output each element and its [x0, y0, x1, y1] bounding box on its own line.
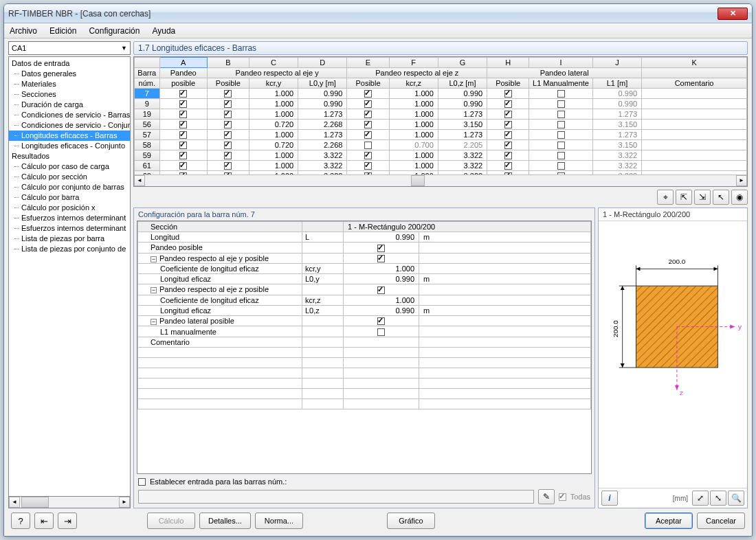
- grid-table[interactable]: ABCDEFGHIJKBarraPandeoPandeo respecto al…: [134, 57, 747, 175]
- scroll-thumb[interactable]: [21, 497, 49, 508]
- export2-icon[interactable]: ⇲: [694, 190, 711, 205]
- set-entry-checkbox[interactable]: [138, 478, 146, 486]
- checkbox[interactable]: [377, 328, 385, 336]
- tree-item[interactable]: Longitudes eficaces - Conjunto: [9, 141, 130, 151]
- tree-item[interactable]: Lista de piezas por barra: [9, 234, 130, 244]
- norma-button[interactable]: Norma...: [255, 513, 303, 529]
- detail-row[interactable]: L1 manualmente: [138, 326, 591, 337]
- checkbox[interactable]: [504, 152, 512, 159]
- detail-row[interactable]: −Pandeo respecto al eje z posible: [138, 284, 591, 295]
- checkbox[interactable]: [179, 152, 187, 159]
- scroll-right-icon[interactable]: ►: [119, 497, 130, 508]
- checkbox[interactable]: [364, 121, 372, 128]
- checkbox[interactable]: [504, 111, 512, 118]
- checkbox[interactable]: [557, 121, 565, 128]
- todas-checkbox[interactable]: [559, 493, 566, 501]
- checkbox[interactable]: [364, 172, 372, 175]
- table-row[interactable]: 580.7202.2680.7002.2053.150: [135, 140, 747, 150]
- tree-item[interactable]: Esfuerzos internos determinant: [9, 223, 130, 234]
- tree-item[interactable]: Condiciones de servicio - Conjun: [9, 120, 130, 131]
- checkbox[interactable]: [557, 152, 565, 159]
- detail-row[interactable]: −Pandeo lateral posible: [138, 315, 591, 326]
- menu-archivo[interactable]: Archivo: [10, 26, 37, 36]
- checkbox[interactable]: [179, 121, 187, 128]
- checkbox[interactable]: [364, 162, 372, 170]
- export-button[interactable]: ⇥: [58, 513, 77, 529]
- detalles-button[interactable]: Detalles...: [199, 513, 251, 529]
- checkbox[interactable]: [504, 162, 512, 170]
- checkbox[interactable]: [224, 90, 232, 98]
- detail-table[interactable]: Sección1 - M-Rectángulo 200/200LongitudL…: [137, 221, 591, 409]
- scroll-left-icon[interactable]: ◄: [134, 175, 145, 186]
- checkbox[interactable]: [557, 172, 565, 175]
- detail-row[interactable]: Comentario: [138, 337, 591, 347]
- checkbox[interactable]: [557, 111, 565, 118]
- checkbox[interactable]: [364, 152, 372, 159]
- menu-edicion[interactable]: Edición: [49, 26, 76, 36]
- detail-row[interactable]: Longitud eficazL0,y0.990m: [138, 274, 591, 284]
- axes-icon[interactable]: ⤢: [692, 491, 709, 506]
- checkbox[interactable]: [179, 100, 187, 108]
- checkbox[interactable]: [179, 142, 187, 149]
- detail-row[interactable]: −Pandeo respecto al eje y posible: [138, 253, 591, 264]
- checkbox[interactable]: [377, 286, 385, 294]
- grid-hscroll[interactable]: ◄ ►: [134, 175, 747, 186]
- table-row[interactable]: 91.0000.9901.0000.9900.990: [135, 99, 747, 109]
- scroll-left-icon[interactable]: ◄: [9, 497, 20, 508]
- tree-item[interactable]: Cálculo por conjunto de barras: [9, 182, 130, 192]
- scroll-right-icon[interactable]: ►: [736, 175, 747, 186]
- checkbox[interactable]: [557, 142, 565, 149]
- aceptar-button[interactable]: Aceptar: [645, 513, 693, 529]
- close-button[interactable]: ✕: [718, 8, 748, 20]
- checkbox[interactable]: [364, 90, 372, 98]
- tree-item[interactable]: Cálculo por barra: [9, 192, 130, 203]
- checkbox[interactable]: [364, 100, 372, 108]
- import-button[interactable]: ⇤: [34, 513, 54, 529]
- help-button[interactable]: ?: [11, 513, 30, 529]
- pick-member-icon[interactable]: ✎: [538, 489, 555, 504]
- checkbox[interactable]: [224, 152, 232, 159]
- checkbox[interactable]: [504, 142, 512, 149]
- tree-root[interactable]: Resultados: [9, 151, 130, 161]
- checkbox[interactable]: [504, 172, 512, 175]
- menu-configuracion[interactable]: Configuración: [89, 26, 140, 36]
- grafico-button[interactable]: Gráfico: [387, 513, 435, 529]
- table-row[interactable]: 560.7202.2681.0003.1503.150: [135, 120, 747, 130]
- checkbox[interactable]: [364, 142, 372, 149]
- detail-row[interactable]: Coeficiente de longitud eficazkcr,z1.000: [138, 295, 591, 305]
- checkbox[interactable]: [557, 131, 565, 139]
- checkbox[interactable]: [557, 90, 565, 98]
- info-icon[interactable]: i: [601, 491, 618, 506]
- detail-row[interactable]: Longitud eficazL0,z0.990m: [138, 305, 591, 315]
- checkbox[interactable]: [179, 111, 187, 118]
- checkbox[interactable]: [224, 111, 232, 118]
- checkbox[interactable]: [179, 131, 187, 139]
- set-entry-input[interactable]: [138, 490, 534, 504]
- checkbox[interactable]: [504, 90, 512, 98]
- checkbox[interactable]: [179, 172, 187, 175]
- checkbox[interactable]: [377, 245, 385, 252]
- tree-item[interactable]: Secciones: [9, 89, 130, 100]
- nav-tree[interactable]: Datos de entradaDatos generalesMateriale…: [8, 56, 131, 497]
- checkbox[interactable]: [224, 172, 232, 175]
- table-row[interactable]: 571.0001.2731.0001.2731.273: [135, 130, 747, 140]
- tree-item[interactable]: Longitudes eficaces - Barras: [9, 131, 130, 141]
- tree-item[interactable]: Lista de piezas por conjunto de: [9, 244, 130, 254]
- table-row[interactable]: 191.0001.2731.0001.2731.273: [135, 109, 747, 120]
- case-combo[interactable]: CA1 ▼: [8, 41, 131, 55]
- checkbox[interactable]: [377, 255, 385, 262]
- checkbox[interactable]: [377, 317, 385, 325]
- checkbox[interactable]: [224, 131, 232, 139]
- checkbox[interactable]: [557, 100, 565, 108]
- cancelar-button[interactable]: Cancelar: [697, 513, 745, 529]
- detail-row[interactable]: LongitudL0.990m: [138, 232, 591, 243]
- checkbox[interactable]: [557, 162, 565, 170]
- detail-row[interactable]: Sección1 - M-Rectángulo 200/200: [138, 222, 591, 232]
- zoom-icon[interactable]: ⤡: [710, 491, 726, 506]
- checkbox[interactable]: [364, 111, 372, 118]
- tree-hscroll[interactable]: ◄ ►: [8, 497, 131, 508]
- picker-icon[interactable]: ⌖: [657, 190, 674, 205]
- table-row[interactable]: 591.0003.3221.0003.3223.322: [135, 150, 747, 161]
- tree-item[interactable]: Cálculo por sección: [9, 172, 130, 182]
- export1-icon[interactable]: ⇱: [676, 190, 692, 205]
